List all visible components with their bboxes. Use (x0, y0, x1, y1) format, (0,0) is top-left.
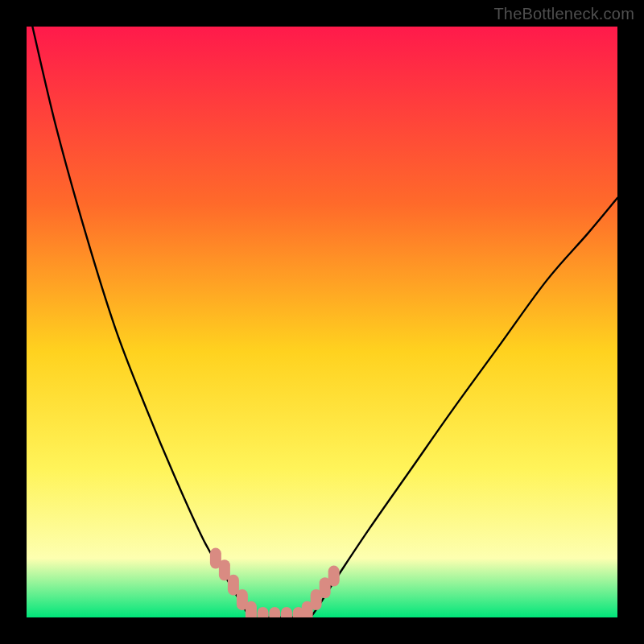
chart-svg (27, 27, 617, 617)
watermark-text: TheBottleneck.com (493, 5, 634, 23)
marker-dot (328, 566, 340, 587)
outer-frame: TheBottleneck.com (0, 0, 644, 644)
gradient-bg (27, 27, 617, 617)
marker-dot (246, 601, 257, 617)
plot-area (27, 27, 617, 617)
